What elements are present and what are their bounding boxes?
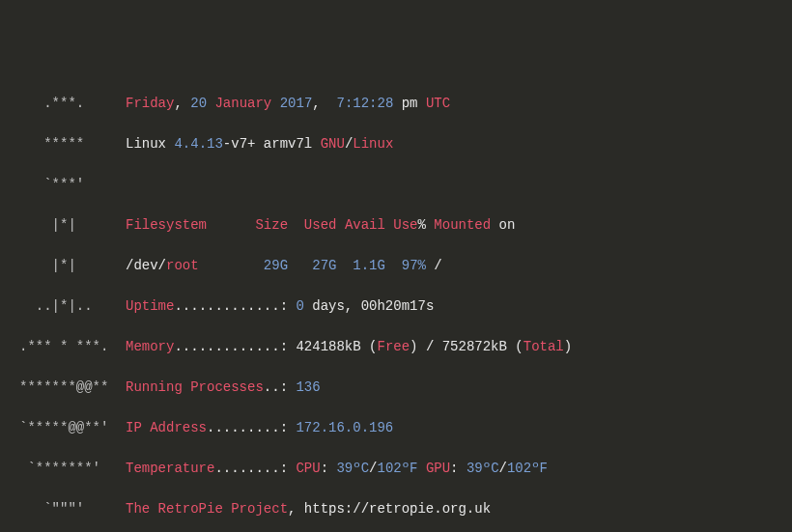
logo-row: *****: [19, 134, 126, 154]
project-url: https://retropie.org.uk: [304, 501, 491, 517]
fs-header-used: Used: [304, 217, 337, 233]
os-linux: Linux: [353, 136, 393, 152]
logo-row: .*** * ***.: [19, 337, 126, 357]
logo-row: `*****@@**': [19, 418, 126, 438]
logo-row: `*******': [19, 459, 126, 479]
temp-gpu: GPU: [418, 461, 451, 476]
temp-gpu-c: 39ºC: [467, 461, 499, 476]
uptime-label: Uptime: [126, 298, 174, 314]
date-tz: UTC: [426, 96, 450, 111]
date-time: 7:12:28: [337, 96, 394, 111]
temp-cpu-f: 102ºF: [377, 461, 417, 476]
fs-header-filesystem: Filesystem: [126, 217, 207, 233]
memory-total: Total: [523, 339, 564, 354]
fs-header-mounted: Mounted: [434, 217, 491, 233]
project-name: The RetroPie Project: [126, 501, 288, 517]
fs-root: root: [166, 258, 199, 273]
logo-row: .***.: [19, 94, 126, 114]
motd-line-8: *******@@**Running Processes..: 136: [19, 378, 773, 398]
procs-label: Running Processes: [126, 379, 264, 395]
fs-size: 29G: [264, 258, 288, 273]
temp-cpu-c: 39ºC: [336, 461, 369, 476]
fs-mount: /: [434, 258, 441, 273]
temp-label: Temperature: [126, 461, 214, 476]
logo-row: *******@@**: [19, 378, 126, 398]
logo-row: `"""': [19, 499, 126, 519]
date-month: January: [207, 96, 280, 111]
fs-header-use: Use: [393, 217, 417, 233]
ip-val: 172.16.0.196: [296, 420, 393, 435]
fs-used: 27G: [312, 258, 336, 273]
date-day: Friday: [126, 96, 174, 111]
kernel-version: 4.4.13: [174, 136, 222, 152]
motd-line-10: `*******' Temperature........: CPU: 39ºC…: [19, 459, 773, 479]
motd-line-3: `***': [19, 175, 773, 195]
fs-usepct: 97%: [402, 258, 426, 273]
uptime-days: 0: [296, 298, 303, 314]
memory-free: Free: [377, 339, 410, 354]
logo-row: ..|*|..: [19, 296, 126, 317]
temp-cpu: CPU: [296, 461, 320, 476]
motd-line-11: `"""' The RetroPie Project, https://retr…: [19, 499, 773, 519]
motd-line-4: |*| Filesystem Size Used Avail Use% Moun…: [19, 215, 773, 236]
terminal-window[interactable]: .***. Friday, 20 January 2017, 7:12:28 p…: [0, 0, 792, 532]
temp-gpu-f: 102ºF: [507, 461, 548, 476]
motd-line-2: ***** Linux 4.4.13-v7+ armv7l GNU/Linux: [19, 134, 773, 154]
fs-avail: 1.1G: [353, 258, 385, 273]
logo-row: `***': [19, 175, 126, 195]
logo-row: |*|: [19, 256, 126, 276]
motd-line-7: .*** * ***.Memory.............: 424188kB…: [19, 337, 773, 357]
fs-header-size: Size: [255, 217, 288, 233]
date-year: 2017: [280, 96, 313, 111]
motd-line-9: `*****@@**'IP Address.........: 172.16.0…: [19, 418, 773, 438]
motd-line-5: |*| /dev/root 29G 27G 1.1G 97% /: [19, 256, 773, 276]
motd-line-6: ..|*|.. Uptime.............: 0 days, 00h…: [19, 296, 773, 317]
memory-label: Memory: [126, 339, 174, 354]
motd-line-1: .***. Friday, 20 January 2017, 7:12:28 p…: [19, 94, 773, 114]
os-gnu: GNU: [321, 136, 345, 152]
ip-label: IP Address: [126, 420, 207, 435]
logo-row: |*|: [19, 215, 126, 236]
date-num: 20: [190, 96, 207, 111]
procs-val: 136: [296, 379, 320, 395]
fs-header-avail: Avail: [345, 217, 385, 233]
